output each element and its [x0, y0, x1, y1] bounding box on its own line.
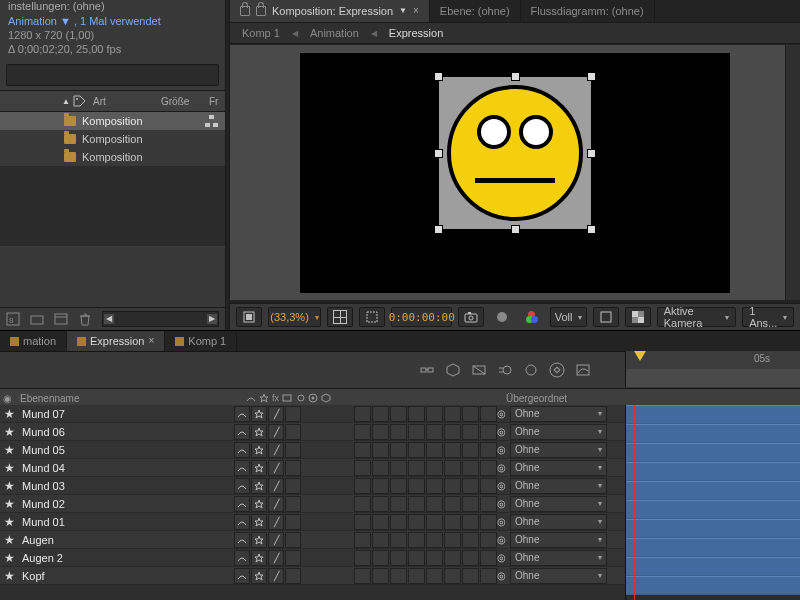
quality-switch[interactable]: ╱ [268, 532, 284, 548]
mode-cell[interactable] [462, 514, 479, 530]
mode-cell[interactable] [354, 478, 371, 494]
mode-cell[interactable] [426, 568, 443, 584]
mode-cell[interactable] [390, 424, 407, 440]
shy-switch[interactable] [234, 424, 250, 440]
scroll-left-icon[interactable]: ◀ [104, 314, 114, 324]
comp-mini-flow-icon[interactable] [419, 362, 435, 378]
stage[interactable] [300, 53, 730, 293]
fx-switch[interactable] [285, 550, 301, 566]
mode-cell[interactable] [354, 514, 371, 530]
mode-cell[interactable] [480, 550, 497, 566]
layer-name[interactable]: Mund 01 [20, 516, 232, 528]
shy-switch[interactable] [234, 568, 250, 584]
snapshot-button[interactable] [458, 307, 484, 327]
pickwhip-icon[interactable]: ◎ [497, 426, 506, 437]
parent-dropdown[interactable]: Ohne [510, 424, 607, 440]
pickwhip-icon[interactable]: ◎ [497, 408, 506, 419]
mode-cell[interactable] [408, 532, 425, 548]
layer-track[interactable] [626, 538, 800, 557]
layer-name[interactable]: Mund 06 [20, 426, 232, 438]
mode-cell[interactable] [426, 478, 443, 494]
layer-name[interactable]: Mund 04 [20, 462, 232, 474]
brainstorm-icon[interactable] [523, 362, 539, 378]
mode-cell[interactable] [462, 460, 479, 476]
project-item[interactable]: Komposition [0, 112, 225, 130]
quality-switch[interactable]: ╱ [268, 514, 284, 530]
fx-switch[interactable] [285, 514, 301, 530]
mode-cell[interactable] [390, 442, 407, 458]
timeline-tab[interactable]: mation [0, 331, 67, 351]
flowchart-icon[interactable] [205, 115, 219, 127]
mode-cell[interactable] [480, 568, 497, 584]
bc-item[interactable]: Komp 1 [242, 27, 280, 39]
handle-icon[interactable] [587, 149, 596, 158]
mode-cell[interactable] [480, 460, 497, 476]
layer-name[interactable]: Mund 03 [20, 480, 232, 492]
mode-cell[interactable] [354, 568, 371, 584]
mode-cell[interactable] [372, 496, 389, 512]
parent-dropdown[interactable]: Ohne [510, 550, 607, 566]
mode-cell[interactable] [480, 496, 497, 512]
frame-blend-icon[interactable] [471, 362, 487, 378]
handle-icon[interactable] [434, 225, 443, 234]
parent-dropdown[interactable]: Ohne [510, 496, 607, 512]
fx-switch[interactable] [285, 532, 301, 548]
handle-icon[interactable] [511, 225, 520, 234]
layer-name[interactable]: Mund 05 [20, 444, 232, 456]
mode-cell[interactable] [354, 460, 371, 476]
auto-keyframe-icon[interactable] [549, 362, 565, 378]
camera-dropdown[interactable]: Aktive Kamera [657, 307, 737, 327]
layer-name[interactable]: Augen 2 [20, 552, 232, 564]
layer-name[interactable]: Mund 07 [20, 408, 232, 420]
mode-cell[interactable] [480, 478, 497, 494]
mode-cell[interactable] [408, 460, 425, 476]
handle-icon[interactable] [434, 149, 443, 158]
pickwhip-icon[interactable]: ◎ [497, 498, 506, 509]
fx-switch[interactable] [285, 460, 301, 476]
mode-cell[interactable] [354, 424, 371, 440]
mode-cell[interactable] [354, 532, 371, 548]
mode-cell[interactable] [480, 514, 497, 530]
mode-cell[interactable] [426, 496, 443, 512]
pickwhip-icon[interactable]: ◎ [497, 480, 506, 491]
comp-tab[interactable]: Komposition: Expression▼× [230, 0, 430, 22]
viewer-vscroll[interactable] [785, 45, 800, 300]
mode-cell[interactable] [462, 442, 479, 458]
layer-track[interactable] [626, 424, 800, 443]
twirl-icon[interactable]: ▲ [59, 97, 73, 106]
mode-cell[interactable] [372, 478, 389, 494]
mode-cell[interactable] [480, 532, 497, 548]
layer-track[interactable] [626, 519, 800, 538]
mode-cell[interactable] [444, 442, 461, 458]
collapse-switch[interactable] [251, 442, 267, 458]
mode-cell[interactable] [372, 550, 389, 566]
zoom-dropdown[interactable]: (33,3%) [268, 307, 321, 327]
mode-cell[interactable] [390, 460, 407, 476]
close-icon[interactable]: × [413, 0, 419, 22]
layer-name[interactable]: Augen [20, 534, 232, 546]
mode-cell[interactable] [408, 406, 425, 422]
motion-blur-icon[interactable] [497, 362, 513, 378]
timeline-tab[interactable]: Expression× [67, 331, 165, 351]
mode-cell[interactable] [408, 442, 425, 458]
col-art[interactable]: Art [89, 96, 161, 107]
mode-cell[interactable] [444, 550, 461, 566]
mode-cell[interactable] [444, 406, 461, 422]
handle-icon[interactable] [434, 72, 443, 81]
parent-dropdown[interactable]: Ohne [510, 460, 607, 476]
mode-cell[interactable] [462, 496, 479, 512]
collapse-switch[interactable] [251, 514, 267, 530]
parent-dropdown[interactable]: Ohne [510, 406, 607, 422]
shy-switch[interactable] [234, 514, 250, 530]
layer-track[interactable] [626, 557, 800, 576]
close-icon[interactable]: × [148, 331, 154, 351]
mode-cell[interactable] [372, 460, 389, 476]
scroll-right-icon[interactable]: ▶ [207, 314, 217, 324]
mode-cell[interactable] [426, 532, 443, 548]
comp-tab[interactable]: Ebene: (ohne) [430, 0, 521, 22]
fx-switch[interactable] [285, 568, 301, 584]
transparency-grid-button[interactable] [625, 307, 651, 327]
mode-cell[interactable] [390, 532, 407, 548]
mode-cell[interactable] [444, 496, 461, 512]
lock-icon[interactable] [240, 6, 250, 16]
